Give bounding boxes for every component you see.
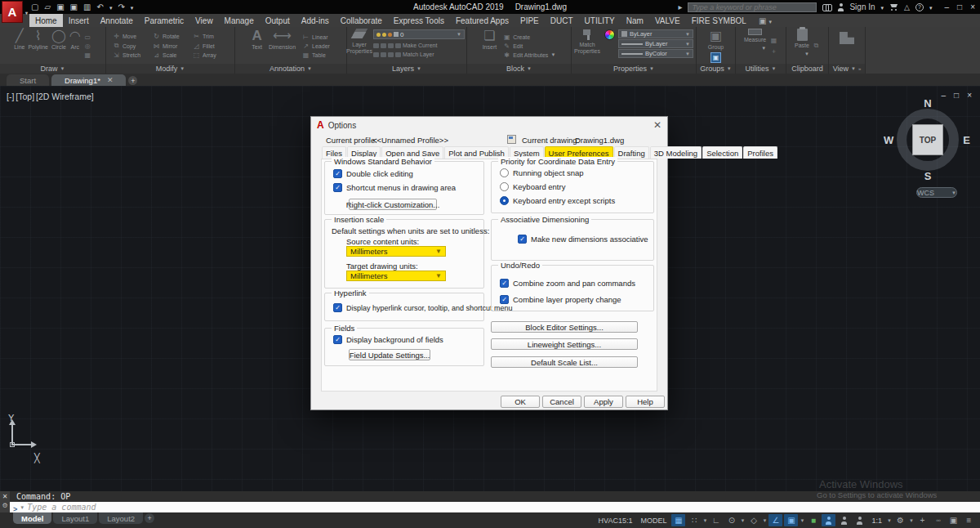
customization-button[interactable] xyxy=(962,514,976,526)
id-point-tool[interactable] xyxy=(770,47,777,56)
annotation-scale-person[interactable] xyxy=(853,514,866,526)
isometric-drafting-toggle[interactable] xyxy=(746,514,760,526)
measure-tool[interactable]: Measure▼ xyxy=(744,29,766,63)
panel-label-draw[interactable]: Draw▼ xyxy=(0,64,105,74)
panel-label-block[interactable]: Block▼ xyxy=(467,64,571,74)
ribbon-tab-insert[interactable]: Insert xyxy=(63,14,95,27)
text-tool[interactable]: AText xyxy=(252,29,262,63)
isometric-dropdown-icon[interactable]: ▼ xyxy=(762,518,767,523)
move-tool[interactable]: Move xyxy=(113,33,148,40)
ribbon-tab-view[interactable]: View xyxy=(189,14,219,27)
panel-label-properties[interactable]: Properties▼ xyxy=(572,64,696,74)
selection-cycling-toggle[interactable] xyxy=(806,514,820,526)
object-snap-toggle[interactable] xyxy=(784,514,798,526)
ellipse-tool[interactable] xyxy=(84,43,91,50)
viewport-minus-control[interactable]: [-] xyxy=(7,92,14,101)
ribbon-tab-duct[interactable]: DUCT xyxy=(545,14,579,27)
circle-tool[interactable]: Circle xyxy=(51,29,66,63)
object-color-dropdown[interactable]: ByLayer▼ xyxy=(618,29,693,38)
help-icon[interactable]: ? xyxy=(915,3,924,11)
linear-tool[interactable]: Linear xyxy=(302,34,330,41)
ribbon-tab-home[interactable]: Home xyxy=(29,14,63,27)
keyboard-entry-except-scripts-radio-row[interactable]: Keyboard entry except scripts xyxy=(500,196,615,205)
snap-dropdown-icon[interactable]: ▼ xyxy=(702,518,707,523)
block-editor-settings-button[interactable]: Block Editor Settings... xyxy=(491,321,638,333)
default-scale-list-button[interactable]: Default Scale List... xyxy=(491,356,638,368)
plot-style-dropdown[interactable]: ByColor▼ xyxy=(618,49,693,58)
search-input[interactable] xyxy=(688,2,817,12)
arc-tool[interactable]: Arc xyxy=(69,29,81,63)
polyline-tool[interactable]: Polyline xyxy=(28,29,48,63)
fillet-tool[interactable]: Fillet xyxy=(193,42,228,50)
ribbon-tab-manage[interactable]: Manage xyxy=(219,14,260,27)
search-arrow-icon[interactable] xyxy=(678,2,682,11)
annotation-scale-button[interactable]: 1:1 xyxy=(868,517,885,525)
qat-customize-icon[interactable] xyxy=(131,0,134,15)
panel-label-annotation[interactable]: Annotation▼ xyxy=(235,64,346,74)
radio-selected-icon[interactable] xyxy=(500,196,509,205)
options-dialog-titlebar[interactable]: A Options ✕ xyxy=(311,117,667,133)
combine-layer-property-row[interactable]: Combine layer property change xyxy=(500,295,621,304)
tab-drafting[interactable]: Drafting xyxy=(614,146,649,159)
checkbox-checked-icon[interactable] xyxy=(333,335,342,344)
save-icon[interactable] xyxy=(56,0,64,14)
match-layer-tool[interactable]: Match Layer xyxy=(373,50,465,59)
viewcube-north[interactable]: N xyxy=(924,97,931,110)
edit-block-tool[interactable]: Edit xyxy=(503,43,555,50)
display-background-of-fields-row[interactable]: Display background of fields xyxy=(333,335,443,344)
lineweight-settings-button[interactable]: Lineweight Settings... xyxy=(491,338,638,350)
sign-in-button[interactable]: Sign In xyxy=(849,2,875,11)
grid-toggle[interactable] xyxy=(671,514,685,526)
new-drawing-tab-button[interactable]: + xyxy=(128,76,137,85)
close-tab-icon[interactable]: ✕ xyxy=(107,76,114,84)
workspace-switching-button[interactable] xyxy=(893,514,907,526)
array-tool[interactable]: Array xyxy=(193,51,228,59)
make-new-dimensions-associative-row[interactable]: Make new dimensions associative xyxy=(518,235,648,244)
rectangle-tool[interactable] xyxy=(84,34,91,41)
viewcube-top-face[interactable]: TOP xyxy=(912,124,943,155)
running-object-snap-radio-row[interactable]: Running object snap xyxy=(500,168,584,177)
annotation-visibility-toggle[interactable] xyxy=(822,514,835,526)
restore-icon[interactable] xyxy=(954,91,959,100)
cancel-button[interactable]: Cancel xyxy=(542,396,581,408)
checkbox-checked-icon[interactable] xyxy=(333,303,342,312)
object-snap-tracking-toggle[interactable] xyxy=(768,514,782,526)
clean-screen-button[interactable] xyxy=(947,514,960,526)
command-input[interactable] xyxy=(27,503,980,512)
match-properties-tool[interactable]: Match Properties xyxy=(573,29,601,63)
undo-icon[interactable] xyxy=(97,0,104,14)
viewport-view-control[interactable]: [Top] xyxy=(16,92,34,101)
plot-icon[interactable] xyxy=(83,0,91,14)
edit-attributes-tool[interactable]: Edit Attributes▼ xyxy=(503,51,555,59)
panel-label-groups[interactable]: Groups▼ xyxy=(697,64,735,74)
radio-unselected-icon[interactable] xyxy=(500,182,509,191)
layer-dropdown[interactable]: 0 ▼ xyxy=(373,29,465,39)
checkbox-checked-icon[interactable] xyxy=(518,235,527,244)
autoscale-toggle[interactable] xyxy=(837,514,851,526)
insert-block-tool[interactable]: Insert xyxy=(483,29,497,63)
scale-tool[interactable]: Scale xyxy=(153,51,188,59)
mirror-tool[interactable]: Mirror xyxy=(153,42,188,50)
ribbon-tab-utility[interactable]: UTILITY xyxy=(579,14,621,27)
ribbon-tab-output[interactable]: Output xyxy=(260,14,296,27)
tab-3d-modeling[interactable]: 3D Modeling xyxy=(650,146,702,159)
chevron-down-icon[interactable]: ▼ xyxy=(20,505,24,510)
customize-wrench-icon[interactable] xyxy=(2,502,7,509)
ribbon-tab-nam[interactable]: Nam xyxy=(621,14,649,27)
display-hyperlink-cursor-row[interactable]: Display hyperlink cursor, tooltip, and s… xyxy=(333,303,513,312)
group-selection-toggle[interactable] xyxy=(710,52,721,63)
ribbon-tab-addins[interactable]: Add-ins xyxy=(296,14,335,27)
save-as-icon[interactable] xyxy=(70,0,78,14)
copy-clip-tool[interactable] xyxy=(813,29,820,63)
ribbon-tab-express-tools[interactable]: Express Tools xyxy=(388,14,450,27)
viewport-visual-style-control[interactable]: [2D Wireframe] xyxy=(36,92,94,101)
tab-profiles[interactable]: Profiles xyxy=(743,146,777,159)
new-file-icon[interactable] xyxy=(31,0,38,14)
sign-in-dropdown-icon[interactable] xyxy=(881,2,884,11)
close-icon[interactable] xyxy=(970,2,975,11)
polar-tracking-toggle[interactable] xyxy=(724,514,738,526)
redo-icon[interactable] xyxy=(118,0,124,14)
hatch-tool[interactable] xyxy=(84,51,91,59)
radio-unselected-icon[interactable] xyxy=(500,168,509,177)
object-snap-dropdown-icon[interactable]: ▼ xyxy=(800,518,804,523)
